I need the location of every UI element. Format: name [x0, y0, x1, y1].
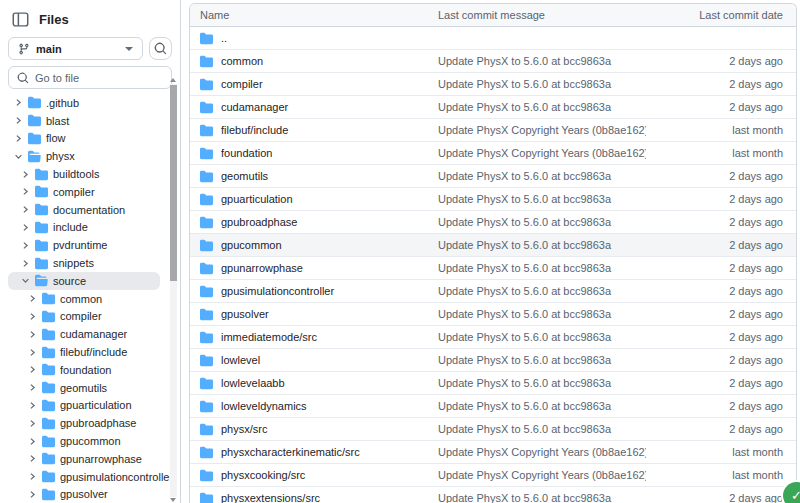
- tree-item[interactable]: flow: [8, 130, 160, 148]
- commit-date[interactable]: 2 days ago: [646, 285, 796, 297]
- tree-item[interactable]: compiler: [8, 308, 160, 326]
- table-row[interactable]: cudamanager Update PhysX to 5.6.0 at bcc…: [190, 96, 796, 119]
- commit-message-link[interactable]: Update PhysX to 5.6.0 at bcc9863a: [438, 101, 611, 113]
- chevron-icon[interactable]: [28, 401, 37, 410]
- chevron-icon[interactable]: [28, 490, 37, 499]
- chevron-icon[interactable]: [14, 98, 23, 107]
- tree-item[interactable]: gpubroadphase: [8, 414, 160, 432]
- commit-message-link[interactable]: Update PhysX to 5.6.0 at bcc9863a: [438, 262, 611, 274]
- commit-date[interactable]: 2 days ago: [646, 55, 796, 67]
- file-name-link[interactable]: gpucommon: [221, 239, 282, 251]
- commit-message-link[interactable]: Update PhysX to 5.6.0 at bcc9863a: [438, 377, 611, 389]
- commit-message-link[interactable]: Update PhysX to 5.6.0 at bcc9863a: [438, 78, 611, 90]
- tree-item[interactable]: cudamanager: [8, 325, 160, 343]
- file-name-link[interactable]: compiler: [221, 78, 263, 90]
- file-name-link[interactable]: foundation: [221, 147, 272, 159]
- commit-date[interactable]: 2 days ago: [646, 239, 796, 251]
- commit-date[interactable]: 2 days ago: [646, 400, 796, 412]
- tree-item[interactable]: geomutils: [8, 379, 160, 397]
- branch-selector[interactable]: main: [8, 37, 143, 60]
- chevron-icon[interactable]: [21, 259, 30, 268]
- table-row[interactable]: lowleveldynamics Update PhysX to 5.6.0 a…: [190, 395, 796, 418]
- table-row[interactable]: immediatemode/src Update PhysX to 5.6.0 …: [190, 326, 796, 349]
- table-row[interactable]: gpubroadphase Update PhysX to 5.6.0 at b…: [190, 211, 796, 234]
- chevron-icon[interactable]: [28, 437, 37, 446]
- chevron-icon[interactable]: [14, 116, 23, 125]
- chevron-icon[interactable]: [14, 152, 23, 161]
- table-row[interactable]: filebuf/include Update PhysX Copyright Y…: [190, 119, 796, 142]
- chevron-icon[interactable]: [21, 187, 30, 196]
- commit-message-link[interactable]: Update PhysX Copyright Years (0b8ae162): [438, 124, 646, 136]
- file-name-link[interactable]: physxcooking/src: [221, 469, 305, 481]
- chevron-icon[interactable]: [28, 312, 37, 321]
- commit-message-link[interactable]: Update PhysX to 5.6.0 at bcc9863a: [438, 331, 611, 343]
- commit-date[interactable]: 2 days ago: [646, 262, 796, 274]
- tree-item[interactable]: .github: [8, 94, 160, 112]
- table-row[interactable]: lowlevelaabb Update PhysX to 5.6.0 at bc…: [190, 372, 796, 395]
- table-row[interactable]: common Update PhysX to 5.6.0 at bcc9863a…: [190, 50, 796, 73]
- commit-message-link[interactable]: Update PhysX to 5.6.0 at bcc9863a: [438, 239, 611, 251]
- file-name-link[interactable]: gpusimulationcontroller: [221, 285, 334, 297]
- commit-message-link[interactable]: Update PhysX to 5.6.0 at bcc9863a: [438, 170, 611, 182]
- file-name-link[interactable]: immediatemode/src: [221, 331, 317, 343]
- file-name-link[interactable]: ..: [221, 32, 227, 44]
- tree-item[interactable]: gpunarrowphase: [8, 450, 160, 468]
- tree-item[interactable]: pvdruntime: [8, 236, 160, 254]
- tree-item[interactable]: source: [8, 272, 160, 290]
- table-row[interactable]: physx/src Update PhysX to 5.6.0 at bcc98…: [190, 418, 796, 441]
- file-name-link[interactable]: lowleveldynamics: [221, 400, 307, 412]
- chevron-icon[interactable]: [28, 472, 37, 481]
- chevron-icon[interactable]: [28, 454, 37, 463]
- chevron-icon[interactable]: [28, 348, 37, 357]
- file-name-link[interactable]: gpubroadphase: [221, 216, 297, 228]
- tree-item[interactable]: filebuf/include: [8, 343, 160, 361]
- scrollbar-thumb[interactable]: [170, 85, 177, 281]
- commit-message-link[interactable]: Update PhysX Copyright Years (0b8ae162): [438, 469, 646, 481]
- commit-date[interactable]: last month: [646, 469, 796, 481]
- commit-date[interactable]: last month: [646, 446, 796, 458]
- chevron-icon[interactable]: [28, 365, 37, 374]
- commit-message-link[interactable]: Update PhysX to 5.6.0 at bcc9863a: [438, 285, 611, 297]
- chevron-icon[interactable]: [28, 294, 37, 303]
- commit-date[interactable]: last month: [646, 147, 796, 159]
- chevron-icon[interactable]: [21, 276, 30, 285]
- tree-item[interactable]: include: [8, 219, 160, 237]
- file-name-link[interactable]: gpunarrowphase: [221, 262, 303, 274]
- commit-message-link[interactable]: Update PhysX Copyright Years (0b8ae162): [438, 147, 646, 159]
- tree-item[interactable]: compiler: [8, 183, 160, 201]
- chevron-icon[interactable]: [21, 223, 30, 232]
- chevron-icon[interactable]: [21, 241, 30, 250]
- chevron-icon[interactable]: [14, 134, 23, 143]
- table-row[interactable]: gpucommon Update PhysX to 5.6.0 at bcc98…: [190, 234, 796, 257]
- table-row[interactable]: gpuarticulation Update PhysX to 5.6.0 at…: [190, 188, 796, 211]
- commit-date[interactable]: 2 days ago: [646, 193, 796, 205]
- file-name-link[interactable]: lowlevel: [221, 354, 260, 366]
- go-to-file-input[interactable]: [35, 72, 163, 84]
- scrollbar-down-arrow-icon[interactable]: [170, 498, 176, 502]
- tree-item[interactable]: snippets: [8, 254, 160, 272]
- file-name-link[interactable]: common: [221, 55, 263, 67]
- tree-item[interactable]: foundation: [8, 361, 160, 379]
- table-row[interactable]: physxextensions/src Update PhysX to 5.6.…: [190, 487, 796, 503]
- chevron-icon[interactable]: [21, 170, 30, 179]
- collapse-tree-icon[interactable]: [10, 9, 30, 29]
- chevron-icon[interactable]: [28, 419, 37, 428]
- commit-date[interactable]: 2 days ago: [646, 308, 796, 320]
- tree-item[interactable]: common: [8, 290, 160, 308]
- file-name-link[interactable]: lowlevelaabb: [221, 377, 285, 389]
- tree-item[interactable]: gpucommon: [8, 432, 160, 450]
- commit-date[interactable]: 2 days ago: [646, 377, 796, 389]
- table-row[interactable]: lowlevel Update PhysX to 5.6.0 at bcc986…: [190, 349, 796, 372]
- commit-date[interactable]: 2 days ago: [646, 170, 796, 182]
- file-name-link[interactable]: physxcharacterkinematic/src: [221, 446, 360, 458]
- tree-item[interactable]: gpusolver: [8, 486, 160, 503]
- commit-message-link[interactable]: Update PhysX to 5.6.0 at bcc9863a: [438, 55, 611, 67]
- commit-date[interactable]: last month: [646, 124, 796, 136]
- commit-date[interactable]: 2 days ago: [646, 331, 796, 343]
- table-row[interactable]: ..: [190, 27, 796, 50]
- commit-date[interactable]: 2 days ago: [646, 78, 796, 90]
- commit-message-link[interactable]: Update PhysX to 5.6.0 at bcc9863a: [438, 492, 611, 503]
- table-row[interactable]: physxcooking/src Update PhysX Copyright …: [190, 464, 796, 487]
- commit-message-link[interactable]: Update PhysX to 5.6.0 at bcc9863a: [438, 400, 611, 412]
- chevron-icon[interactable]: [28, 330, 37, 339]
